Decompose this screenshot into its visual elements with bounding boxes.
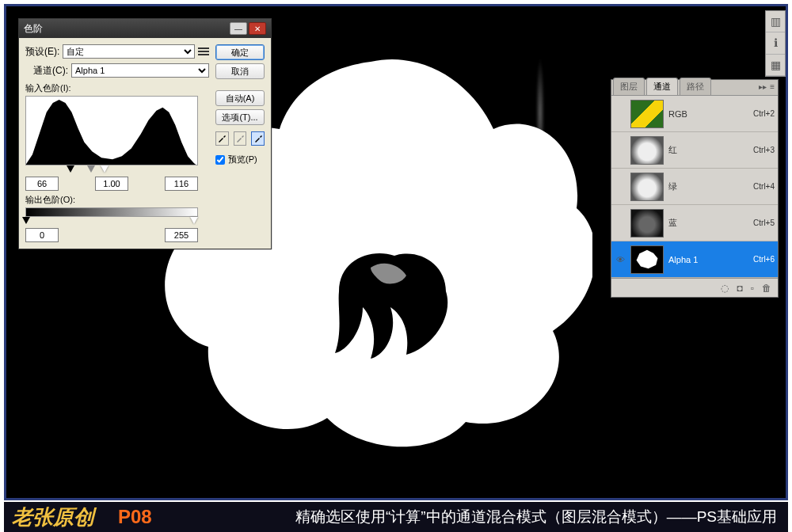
channel-name: 绿 — [668, 180, 748, 192]
panel-tabs: 图层 通道 路径 ▸▸≡ — [611, 80, 778, 96]
output-black-field[interactable] — [25, 228, 59, 242]
histogram — [25, 96, 198, 165]
output-black-slider[interactable] — [22, 217, 30, 224]
tab-layers[interactable]: 图层 — [613, 78, 645, 95]
new-channel-icon[interactable]: ▫ — [751, 283, 754, 294]
info-icon[interactable]: ℹ — [766, 32, 785, 54]
channels-panel: 图层 通道 路径 ▸▸≡ RGBCtrl+2红Ctrl+3绿Ctrl+4蓝Ctr… — [611, 79, 779, 298]
channel-thumb — [630, 209, 664, 238]
channel-shortcut: Ctrl+5 — [753, 218, 775, 227]
gray-eyedropper-icon[interactable] — [234, 131, 247, 146]
tab-paths[interactable]: 路径 — [680, 78, 711, 95]
preset-select[interactable]: 自定 — [63, 44, 195, 59]
channel-row[interactable]: RGBCtrl+2 — [611, 96, 778, 132]
channel-label: 通道(C): — [33, 64, 68, 78]
collapsed-toolbar[interactable]: ▥ ℹ ▦ — [765, 10, 786, 77]
channel-select[interactable]: Alpha 1 — [71, 63, 209, 78]
load-selection-icon[interactable]: ◌ — [721, 283, 729, 294]
swatches-icon[interactable]: ▦ — [766, 55, 785, 76]
channel-shortcut: Ctrl+2 — [753, 109, 775, 118]
dialog-titlebar[interactable]: 色阶 — ✕ — [19, 19, 271, 38]
panel-menu-icon[interactable]: ≡ — [770, 82, 775, 91]
black-eyedropper-icon[interactable] — [215, 131, 229, 146]
input-white-field[interactable] — [165, 177, 198, 191]
output-gradient — [25, 207, 198, 217]
channel-row[interactable]: 蓝Ctrl+5 — [611, 205, 778, 241]
dialog-title: 色阶 — [24, 22, 43, 36]
white-eyedropper-icon[interactable] — [251, 131, 265, 146]
caption-text: 精确选区使用“计算”中的通道混合模式（图层混合模式）——PS基础应用 — [295, 507, 777, 527]
midtone-slider[interactable] — [87, 165, 95, 173]
options-button[interactable]: 选项(T)... — [215, 109, 265, 125]
preview-checkbox[interactable]: 预览(P) — [215, 154, 265, 165]
output-sliders[interactable] — [25, 217, 198, 226]
panel-footer: ◌ ◘ ▫ 🗑 — [611, 278, 778, 297]
app-frame: 色阶 — ✕ 预设(E): 自定 通道(C): Alpha 1 输入色阶(I): — [4, 4, 788, 500]
channel-name: RGB — [668, 109, 748, 119]
input-sliders[interactable] — [25, 165, 198, 175]
preset-menu-icon[interactable] — [198, 47, 209, 56]
caption-bar: 老张原创 P08 精确选区使用“计算”中的通道混合模式（图层混合模式）——PS基… — [4, 502, 788, 532]
tab-channels[interactable]: 通道 — [646, 78, 678, 95]
levels-dialog: 色阶 — ✕ 预设(E): 自定 通道(C): Alpha 1 输入色阶(I): — [18, 18, 272, 249]
save-selection-icon[interactable]: ◘ — [737, 283, 742, 294]
channel-shortcut: Ctrl+4 — [753, 182, 775, 191]
page-number: P08 — [118, 506, 152, 528]
channel-thumb — [630, 100, 664, 128]
minimize-button[interactable]: — — [230, 22, 247, 35]
channel-name: 蓝 — [668, 217, 748, 229]
ok-button[interactable]: 确定 — [215, 44, 265, 60]
output-white-slider[interactable] — [190, 217, 198, 224]
preset-label: 预设(E): — [25, 45, 59, 59]
histogram-icon[interactable]: ▥ — [766, 11, 785, 32]
channel-shortcut: Ctrl+6 — [753, 255, 775, 264]
panel-collapse-icon[interactable]: ▸▸ — [759, 82, 767, 91]
channel-list: RGBCtrl+2红Ctrl+3绿Ctrl+4蓝Ctrl+5👁Alpha 1Ct… — [611, 96, 778, 278]
delete-channel-icon[interactable]: 🗑 — [762, 283, 771, 294]
channel-name: 红 — [668, 144, 748, 156]
channel-thumb — [630, 136, 664, 165]
channel-row[interactable]: 红Ctrl+3 — [611, 132, 778, 169]
channel-shortcut: Ctrl+3 — [753, 146, 775, 154]
channel-row[interactable]: 绿Ctrl+4 — [611, 169, 778, 205]
output-levels-label: 输出色阶(O): — [25, 194, 209, 206]
channel-thumb — [630, 245, 664, 274]
channel-thumb — [630, 173, 664, 201]
cancel-button[interactable]: 取消 — [215, 63, 265, 79]
highlight-slider[interactable] — [101, 165, 109, 173]
input-levels-label: 输入色阶(I): — [25, 82, 209, 94]
channel-row[interactable]: 👁Alpha 1Ctrl+6 — [611, 241, 778, 278]
output-white-field[interactable] — [165, 228, 198, 242]
channel-name: Alpha 1 — [668, 255, 748, 264]
visibility-icon[interactable]: 👁 — [615, 255, 626, 264]
input-gamma-field[interactable] — [95, 177, 128, 191]
input-black-field[interactable] — [25, 177, 59, 191]
shadow-slider[interactable] — [67, 165, 74, 173]
author-brand: 老张原创 — [12, 504, 94, 531]
auto-button[interactable]: 自动(A) — [215, 90, 265, 106]
preview-checkbox-input[interactable] — [215, 155, 225, 165]
close-button[interactable]: ✕ — [249, 22, 266, 35]
